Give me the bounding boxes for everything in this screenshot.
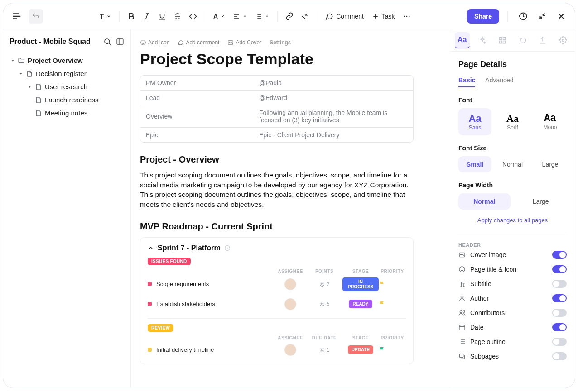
toggle-label: Page outline [470, 338, 506, 345]
task-row[interactable]: Initial delivery timeline 1 UPDATE [148, 340, 406, 359]
toggle-label: Page title & Icon [470, 266, 516, 273]
font-option-sans[interactable]: AaSans [458, 108, 491, 135]
toggle-switch[interactable] [552, 309, 567, 317]
share-button[interactable]: Share [467, 9, 499, 24]
smile-icon [458, 266, 466, 273]
document-title[interactable]: Project Scope Template [140, 50, 441, 68]
collapse-button[interactable] [535, 9, 549, 24]
panel-tab-comments[interactable] [515, 32, 530, 48]
svg-point-1 [406, 15, 407, 17]
unlink-button[interactable] [298, 9, 312, 24]
menu-toggle-button[interactable] [10, 9, 24, 24]
image-icon [458, 251, 466, 258]
size-option-large[interactable]: Large [534, 156, 567, 172]
svg-rect-4 [117, 39, 123, 44]
calendar-icon [458, 324, 466, 331]
avatar [284, 278, 296, 290]
font-option-serif[interactable]: AaSerif [496, 108, 529, 135]
task-button[interactable]: Task [368, 10, 399, 23]
tree-item-user-research[interactable]: User research [10, 80, 124, 93]
toggle-switch[interactable] [552, 352, 567, 360]
avatar [284, 344, 296, 356]
table-row[interactable]: PM Owner@Paula [140, 76, 413, 90]
user-icon [458, 295, 466, 302]
alignment-dropdown[interactable] [229, 10, 250, 23]
col-priority: PRIORITY [379, 335, 406, 340]
search-button[interactable] [103, 38, 111, 46]
points-icon [319, 301, 325, 307]
width-option-normal[interactable]: Normal [458, 193, 511, 210]
panel-tab-typography[interactable]: Aa [455, 32, 470, 48]
add-icon-button[interactable]: Add Icon [140, 39, 169, 46]
table-row[interactable]: EpicEpic - Client Project Delivery [140, 127, 413, 142]
font-option-mono[interactable]: AaMono [534, 108, 567, 135]
bold-button[interactable] [124, 9, 139, 24]
tree-label: Meeting notes [45, 109, 87, 117]
panel-toggle-button[interactable] [116, 38, 124, 46]
priority-square-icon [148, 302, 152, 306]
toggle-switch[interactable] [552, 323, 567, 331]
page-settings-link[interactable]: Settings [270, 39, 291, 46]
svg-point-20 [459, 267, 465, 272]
history-button[interactable] [516, 9, 530, 24]
strikethrough-button[interactable] [170, 9, 185, 24]
text-style-dropdown[interactable]: T [96, 10, 115, 23]
blocks-icon [498, 36, 506, 44]
text-color-dropdown[interactable]: A [210, 10, 228, 23]
image-icon [227, 39, 234, 46]
code-button[interactable] [186, 9, 200, 24]
add-cover-button[interactable]: Add Cover [227, 39, 261, 46]
tree-label: User research [45, 83, 87, 91]
panel-tab-export[interactable] [535, 32, 550, 48]
add-comment-button[interactable]: Add comment [178, 39, 219, 46]
close-button[interactable] [554, 9, 568, 24]
table-row[interactable]: OverviewFollowing annual planning, the M… [140, 105, 413, 127]
panel-tab-ai[interactable] [475, 32, 490, 48]
svg-point-0 [404, 15, 405, 17]
tree-item-project-overview[interactable]: Project Overview [10, 54, 124, 67]
plus-icon [372, 13, 379, 20]
link-button[interactable] [282, 9, 297, 24]
list-dropdown[interactable] [251, 10, 273, 23]
subtab-advanced[interactable]: Advanced [485, 76, 513, 87]
subtab-basic[interactable]: Basic [458, 76, 475, 87]
more-button[interactable] [400, 9, 414, 24]
gear-icon [559, 36, 567, 44]
panel-tab-blocks[interactable] [495, 32, 510, 48]
section-heading[interactable]: Project - Overview [140, 154, 441, 165]
size-option-small[interactable]: Small [458, 156, 491, 172]
toggle-switch[interactable] [552, 265, 567, 273]
width-option-large[interactable]: Large [515, 193, 567, 210]
undo-button[interactable] [29, 9, 43, 24]
italic-button[interactable] [140, 9, 154, 24]
status-pill-issues: ISSUES FOUND [148, 258, 191, 265]
flag-icon [379, 301, 386, 308]
comment-button[interactable]: Comment [322, 10, 367, 23]
tree-item-meeting-notes[interactable]: Meeting notes [10, 106, 124, 120]
underline-button[interactable] [155, 9, 169, 24]
toggle-switch[interactable] [552, 251, 567, 259]
size-option-normal[interactable]: Normal [496, 156, 529, 172]
sprint-header[interactable]: Sprint 7 - Platform [148, 244, 406, 252]
toggle-switch[interactable] [552, 280, 567, 288]
apply-all-link[interactable]: Apply changes to all pages [458, 217, 567, 224]
page-icon [35, 96, 42, 104]
section-heading[interactable]: MVP Roadmap - Current Sprint [140, 221, 441, 232]
panel-tab-settings[interactable] [556, 32, 571, 48]
toggle-row-contributors: Contributors [458, 306, 567, 320]
chevron-up-icon [148, 245, 154, 251]
chevron-right-icon [28, 85, 32, 89]
tree-item-launch-readiness[interactable]: Launch readiness [10, 93, 124, 106]
toggle-switch[interactable] [552, 294, 567, 302]
toggle-switch[interactable] [552, 338, 567, 346]
body-paragraph[interactable]: This project scoping document outlines t… [140, 170, 415, 210]
tree-item-decision-register[interactable]: Decision register [10, 67, 124, 80]
search-icon [103, 38, 111, 46]
svg-rect-23 [459, 325, 465, 330]
task-row[interactable]: Scope requirements 2 IN PROGRESS [148, 274, 406, 295]
flag-icon [379, 346, 386, 354]
sidebar-title: Product - Mobile Squad [10, 38, 91, 46]
chevron-down-icon [243, 14, 247, 18]
table-row[interactable]: Lead@Edward [140, 90, 413, 105]
task-row[interactable]: Establish stakeholders 5 READY [148, 295, 406, 314]
